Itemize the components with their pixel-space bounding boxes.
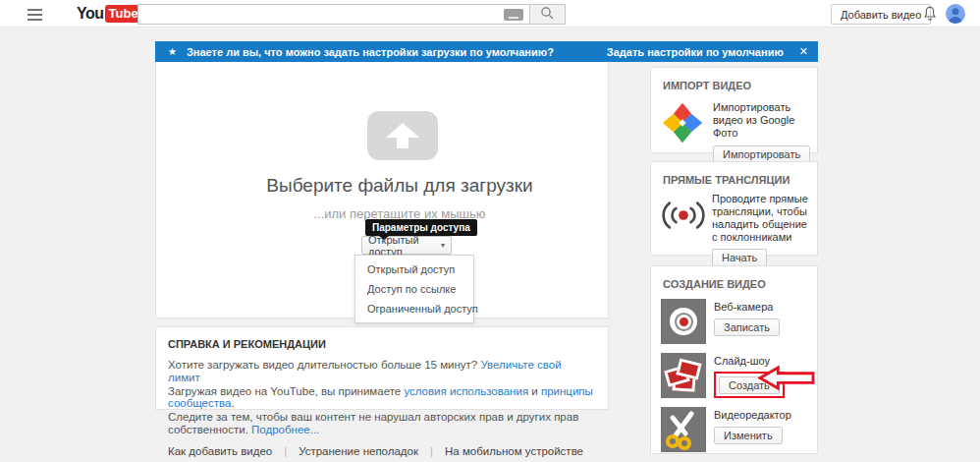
search-input[interactable] [138, 5, 504, 24]
logo-tube-badge: Tube [105, 5, 142, 23]
help-line-copyright-text: Следите за тем, чтобы ваш контент не нар… [168, 411, 578, 435]
help-title: СПРАВКА И РЕКОМЕНДАЦИИ [168, 338, 596, 350]
video-editor-row: Видеоредактор Изменить [651, 398, 817, 452]
slideshow-icon [661, 353, 706, 398]
menu-icon[interactable] [27, 9, 43, 21]
upload-heading: Выберите файлы для загрузки [191, 175, 608, 197]
banner-action-link[interactable]: Задать настройки по умолчанию [607, 46, 784, 58]
footer-link-mobile[interactable]: На мобильном устройстве [445, 445, 583, 457]
edit-button[interactable]: Изменить [714, 427, 783, 444]
help-line-terms-text2: и [528, 385, 541, 397]
privacy-dropdown-button[interactable]: Открытый доступ ▾ [361, 236, 452, 255]
help-line-copyright: Следите за тем, чтобы ваш контент не нар… [168, 411, 596, 435]
footer-link-troubleshooting[interactable]: Устранение неполадок [299, 445, 418, 457]
notifications-bell-icon[interactable] [922, 5, 938, 27]
star-icon: ★ [168, 46, 177, 57]
avatar[interactable] [946, 4, 965, 24]
search-icon [540, 6, 555, 24]
start-stream-button[interactable]: Начать [712, 249, 767, 266]
help-line-terms: Загружая видео на YouTube, вы принимаете… [168, 385, 596, 410]
record-button[interactable]: Записать [714, 318, 780, 336]
help-footer-links: Как добавить видео | Устранение неполадо… [168, 445, 596, 457]
help-line-limit-text: Хотите загружать видео длительностью бол… [168, 359, 480, 371]
import-video-text: Импортировать видео из Google Фото [713, 101, 815, 140]
upload-arrow-icon[interactable] [367, 111, 438, 160]
upload-card: Выберите файлы для загрузки ...или перет… [155, 62, 609, 318]
search-box [137, 4, 530, 25]
banner-message: Знаете ли вы, что можно задать настройки… [187, 46, 607, 58]
webcam-label: Веб-камера [714, 301, 780, 313]
search-button[interactable] [530, 4, 566, 25]
webcam-row: Веб-камера Записать [651, 290, 817, 344]
privacy-dropdown-menu: Открытый доступ Доступ по ссылке Огранич… [354, 255, 474, 323]
learn-more-link[interactable]: Подробнее... [251, 424, 319, 435]
terms-of-use-link[interactable]: условия использования [404, 385, 528, 397]
import-video-title: ИМПОРТ ВИДЕО [651, 68, 817, 91]
help-line-terms-text3: . [231, 397, 234, 409]
video-creation-title: СОЗДАНИЕ ВИДЕО [651, 266, 817, 290]
scissors-icon [661, 407, 706, 452]
webcam-icon [661, 299, 706, 344]
video-creation-card: СОЗДАНИЕ ВИДЕО Веб-камера Записать Слайд… [650, 265, 818, 454]
help-line-limit: Хотите загружать видео длительностью бол… [168, 359, 596, 383]
divider: | [430, 445, 433, 457]
divider: | [284, 445, 287, 457]
default-settings-banner: ★ Знаете ли вы, что можно задать настрой… [155, 41, 818, 62]
live-streams-title: ПРЯМЫЕ ТРАНСЛЯЦИИ [651, 162, 817, 186]
live-streams-text: Проводите прямые трансляции, чтобы налад… [712, 193, 812, 244]
live-streams-card: ПРЯМЫЕ ТРАНСЛЯЦИИ Проводите прямые транс… [650, 161, 818, 256]
chevron-down-icon: ▾ [441, 241, 445, 250]
annotation-arrow-icon [758, 365, 815, 395]
broadcast-icon [661, 197, 706, 266]
keyboard-icon[interactable] [504, 9, 523, 21]
privacy-tooltip: Параметры доступа [365, 219, 477, 236]
footer-link-how-to-add[interactable]: Как добавить видео [168, 445, 272, 457]
video-editor-label: Видеоредактор [714, 409, 791, 421]
logo-you-text: You [77, 4, 104, 24]
import-video-card: ИМПОРТ ВИДЕО Импортировать видео из Goog… [650, 67, 818, 153]
menu-item-public[interactable]: Открытый доступ [355, 260, 473, 279]
topbar: You Tube UA Добавить видео [0, 0, 980, 28]
help-card: СПРАВКА И РЕКОМЕНДАЦИИ Хотите загружать … [155, 326, 609, 410]
google-photos-icon [661, 101, 704, 144]
close-icon[interactable]: ✕ [799, 45, 808, 58]
menu-item-private[interactable]: Ограниченный доступ [355, 299, 473, 318]
help-line-terms-text1: Загружая видео на YouTube, вы принимаете [168, 385, 404, 397]
menu-item-unlisted[interactable]: Доступ по ссылке [355, 279, 473, 299]
add-video-button[interactable]: Добавить видео [831, 4, 931, 25]
